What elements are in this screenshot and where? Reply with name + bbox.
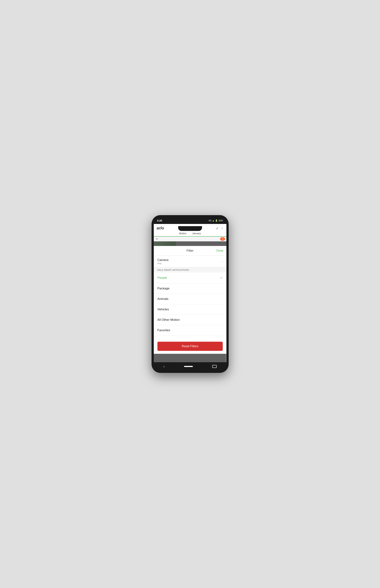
battery-icon: 🔋 (215, 219, 218, 222)
camera-label-group: Camera Any (157, 258, 169, 265)
cal-day-9[interactable]: 9 (155, 237, 159, 241)
filter-item-package[interactable]: Package (154, 283, 227, 294)
expand-icon[interactable]: ⤢ (216, 226, 218, 230)
camera-value: Any (157, 262, 169, 265)
filter-sheet: Filter Done Camera Any › (154, 246, 227, 354)
filter-item-label: Package (157, 287, 170, 290)
tab-motion[interactable]: Motion (176, 231, 189, 236)
battery-percent: 83% (219, 219, 223, 222)
back-button[interactable]: ‹ (164, 365, 165, 368)
notch (178, 226, 202, 231)
chevron-right-icon: › (222, 260, 223, 263)
filter-item-label: Animals (157, 297, 169, 301)
home-button[interactable] (184, 366, 193, 367)
filter-header: Filter Done (154, 246, 227, 256)
filter-body: Camera Any › ARLO SMART NOTIFICATIONS Pe… (154, 256, 227, 339)
filter-item-label: People (157, 276, 167, 280)
calendar-strip: 9 16 (154, 237, 227, 241)
filter-item-label: Vehicles (157, 308, 169, 311)
filter-item-all-other-motion[interactable]: All Other Motion (154, 315, 227, 325)
section-header: ARLO SMART NOTIFICATIONS (154, 267, 227, 273)
tab-bar: Motion January (154, 231, 227, 237)
camera-label: Camera (157, 258, 169, 262)
more-icon[interactable]: ⋮ (221, 226, 224, 230)
filter-item-non-favorites[interactable]: Non-Favorites (154, 336, 227, 339)
camera-row[interactable]: Camera Any › (154, 256, 227, 267)
phone-screen: 3:20 4G ▲ 🔋 83% arlo ⤢ ⋮ Motion January (154, 217, 227, 371)
recents-button[interactable] (212, 365, 217, 368)
bottom-nav: ‹ (154, 362, 227, 371)
check-icon: ✓ (220, 276, 223, 280)
reset-btn-area: Reset Filters (154, 339, 227, 354)
phone-device: 3:20 4G ▲ 🔋 83% arlo ⤢ ⋮ Motion January (152, 215, 229, 373)
filter-item-people[interactable]: People ✓ (154, 273, 227, 283)
network-icon: 4G (209, 219, 211, 222)
filter-item-vehicles[interactable]: Vehicles (154, 304, 227, 315)
status-icons: 4G ▲ 🔋 83% (209, 219, 223, 222)
app-background: arlo ⤢ ⋮ Motion January 9 16 (154, 224, 227, 362)
status-bar: 3:20 4G ▲ 🔋 83% (154, 217, 227, 224)
signal-icon: ▲ (212, 219, 214, 222)
tab-month[interactable]: January (189, 231, 204, 236)
filter-item-label: Favorites (157, 329, 170, 332)
arlo-logo: arlo (157, 226, 164, 231)
cal-day-16[interactable]: 16 (220, 237, 225, 241)
filter-overlay: Filter Done Camera Any › (154, 246, 227, 354)
filter-done-button[interactable]: Done (216, 249, 223, 252)
filter-item-favorites[interactable]: Favorites (154, 325, 227, 336)
filter-item-label: All Other Motion (157, 318, 180, 322)
status-time: 3:20 (157, 219, 162, 222)
filter-title: Filter (187, 249, 194, 253)
reset-filters-button[interactable]: Reset Filters (157, 342, 223, 351)
filter-item-animals[interactable]: Animals (154, 294, 227, 304)
header-icons: ⤢ ⋮ (216, 226, 224, 230)
